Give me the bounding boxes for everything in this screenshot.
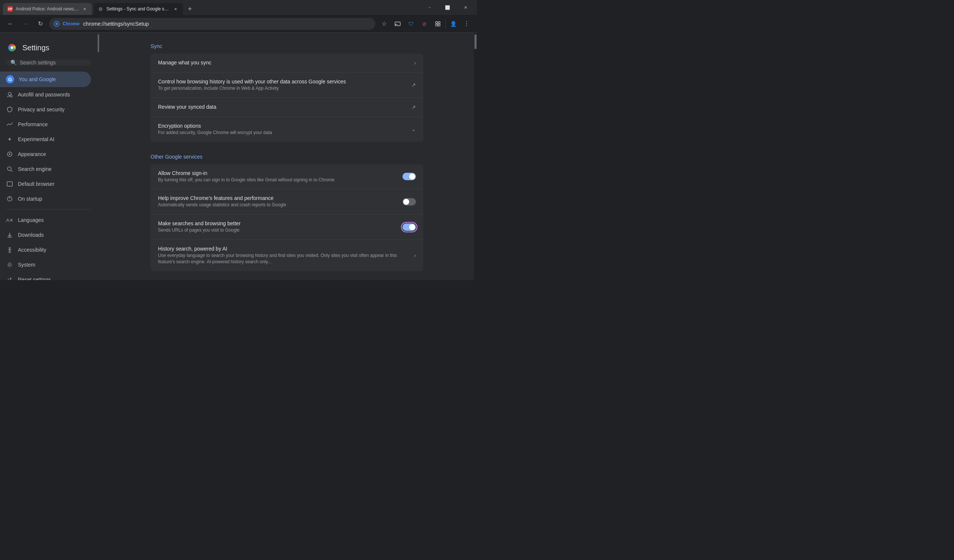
improve-chrome-desc: Automatically sends usage statistics and… [158,202,396,208]
menu-button[interactable]: ⋮ [461,18,472,30]
history-search-row[interactable]: History search, powered by AI Use everyd… [151,240,423,271]
manage-sync-content: Manage what you sync [158,59,408,66]
new-tab-button[interactable]: + [184,4,195,14]
allow-signin-title: Allow Chrome sign-in [158,170,396,176]
browser-frame: AP Android Police: Android news,... ✕ ⚙ … [0,0,477,280]
other-google-section: Other Google services Allow Chrome sign-… [151,151,423,271]
performance-icon [6,121,13,128]
encryption-options-desc: For added security, Google Chrome will e… [158,129,405,136]
sync-settings-list: Manage what you sync › Control how brows… [151,54,423,142]
shield-button[interactable]: 🛡 [405,18,417,30]
sidebar-label-you-google: You and Google [19,76,56,82]
improve-chrome-toggle[interactable] [402,198,416,205]
pocket-button[interactable]: ⊘ [418,18,430,30]
svg-rect-6 [438,24,440,26]
sidebar-item-on-startup[interactable]: On startup [0,191,91,206]
minimize-button[interactable]: − [421,2,438,12]
svg-point-14 [9,153,11,155]
sidebar: Settings 🔍 G You and Google [0,33,97,280]
sidebar-scrollbar[interactable] [97,33,100,280]
searches-browsing-toggle[interactable] [402,223,416,231]
search-bar[interactable]: 🔍 [6,59,91,65]
review-synced-title: Review your synced data [158,104,405,110]
browser-icon [6,180,13,188]
forward-button[interactable]: → [19,18,31,30]
main-scrollbar[interactable] [474,33,477,280]
svg-rect-4 [438,22,440,23]
address-url: chrome://settings/syncSetup [83,21,149,27]
allow-signin-toggle[interactable] [402,173,416,180]
svg-rect-5 [436,24,438,26]
sidebar-label-system: System [18,262,36,268]
bookmark-button[interactable]: ☆ [378,18,390,30]
sync-section: Sync Manage what you sync › Con [151,40,423,142]
autofill-icon: + [6,91,13,98]
chrome-logo-icon [6,42,18,54]
sidebar-label-accessibility: Accessibility [18,247,46,253]
sidebar-label-privacy: Privacy and security [18,106,64,112]
svg-point-1 [56,23,58,25]
main-scrollbar-thumb [474,34,477,49]
back-button[interactable]: ← [5,18,16,30]
sidebar-item-system[interactable]: System [0,257,91,272]
sidebar-label-appearance: Appearance [18,151,46,157]
history-search-content: History search, powered by AI Use everyd… [158,246,408,265]
address-bar[interactable]: Chrome chrome://settings/syncSetup [49,18,375,30]
allow-signin-row[interactable]: Allow Chrome sign-in By turning this off… [151,164,423,190]
sidebar-item-you-and-google[interactable]: G You and Google [0,72,91,87]
sidebar-item-performance[interactable]: Performance [0,117,91,132]
searches-browsing-title: Make searches and browsing better [158,221,396,226]
improve-chrome-row[interactable]: Help improve Chrome's features and perfo… [151,189,423,215]
tab-title-1: Android Police: Android news,... [16,6,79,12]
svg-rect-3 [436,22,438,23]
manage-sync-title: Manage what you sync [158,59,408,65]
close-button[interactable]: ✕ [457,2,474,12]
sidebar-item-default-browser[interactable]: Default browser [0,176,91,191]
allow-signin-toggle-knob [409,174,415,179]
review-synced-content: Review your synced data [158,104,405,110]
sidebar-label-on-startup: On startup [18,196,42,202]
title-bar: AP Android Police: Android news,... ✕ ⚙ … [0,0,477,15]
languages-icon: A✕ [6,216,13,224]
maximize-button[interactable]: ⬜ [439,2,456,12]
manage-sync-row[interactable]: Manage what you sync › [151,54,423,73]
extensions-button[interactable] [432,18,444,30]
sidebar-item-appearance[interactable]: Appearance [0,147,91,162]
sidebar-label-autofill: Autofill and passwords [18,92,70,98]
sidebar-item-autofill[interactable]: + Autofill and passwords [0,87,91,102]
encryption-options-title: Encryption options [158,123,405,129]
nav-divider [445,19,446,28]
browsing-history-title: Control how browsing history is used wit… [158,79,405,84]
tab-android-police[interactable]: AP Android Police: Android news,... ✕ [3,3,92,15]
search-input[interactable] [20,59,86,65]
sidebar-header: Settings [0,33,97,59]
sidebar-nav: G You and Google + Autofill and password… [0,72,97,280]
tab-close-2[interactable]: ✕ [173,6,179,12]
encryption-options-chevron-down: ⌄ [412,126,416,132]
svg-point-15 [8,167,11,171]
encryption-options-row[interactable]: Encryption options For added security, G… [151,117,423,142]
sidebar-item-privacy[interactable]: Privacy and security [0,102,91,117]
cast-button[interactable] [392,18,404,30]
window-controls: − ⬜ ✕ [421,2,474,12]
reload-button[interactable]: ↻ [34,18,46,30]
sidebar-item-reset[interactable]: ↺ Reset settings [0,272,91,280]
history-search-chevron: › [414,252,416,258]
sidebar-item-search-engine[interactable]: Search engine [0,162,91,176]
searches-browsing-row[interactable]: Make searches and browsing better Sends … [151,215,423,240]
accessibility-icon [6,246,13,254]
searches-browsing-content: Make searches and browsing better Sends … [158,221,396,233]
shield-icon [6,106,13,113]
sync-section-title: Sync [151,40,423,51]
startup-icon [6,195,13,202]
sidebar-item-downloads[interactable]: Downloads [0,227,91,243]
browsing-history-row[interactable]: Control how browsing history is used wit… [151,73,423,98]
tab-favicon-1: AP [8,6,12,12]
sidebar-item-accessibility[interactable]: Accessibility [0,243,91,257]
tab-settings[interactable]: ⚙ Settings - Sync and Google ser... ✕ [94,3,183,15]
tab-close-1[interactable]: ✕ [82,6,87,12]
sidebar-item-languages[interactable]: A✕ Languages [0,213,91,227]
sidebar-item-experimental-ai[interactable]: ✦ Experimental AI [0,132,91,147]
review-synced-row[interactable]: Review your synced data ↗ [151,98,423,117]
profile-button[interactable]: 👤 [447,18,459,30]
